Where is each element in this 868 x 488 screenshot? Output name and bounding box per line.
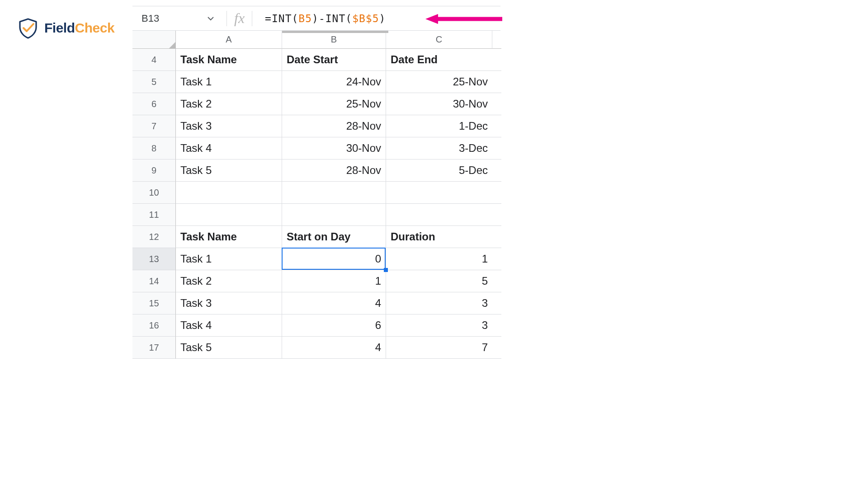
cell-stub [492, 292, 501, 314]
row-header[interactable]: 8 [132, 137, 176, 160]
cell-c12[interactable]: Duration [386, 226, 492, 248]
cell-b4[interactable]: Date Start [282, 49, 386, 71]
row-header[interactable]: 6 [132, 93, 176, 115]
cell-c11[interactable] [386, 204, 492, 226]
row-header[interactable]: 5 [132, 71, 176, 93]
formula-text: )-INT( [312, 13, 352, 24]
fx-icon: fx [234, 10, 252, 27]
formula-input[interactable]: =INT(B5)-INT($B$5) [265, 13, 386, 24]
name-box[interactable]: B13 [132, 6, 223, 30]
cell-b14[interactable]: 1 [282, 270, 386, 292]
cell-c9[interactable]: 5-Dec [386, 160, 492, 182]
row-header[interactable]: 17 [132, 337, 176, 359]
divider [252, 11, 252, 26]
formula-bar: B13 fx =INT(B5)-INT($B$5) [132, 6, 500, 31]
column-active-indicator [282, 31, 388, 33]
cell-stub [492, 248, 501, 270]
cell-c15[interactable]: 3 [386, 292, 492, 314]
cell-c14[interactable]: 5 [386, 270, 492, 292]
fieldcheck-shield-icon [17, 17, 39, 39]
cell-a10[interactable] [176, 182, 282, 204]
cell-c10[interactable] [386, 182, 492, 204]
cell-a16[interactable]: Task 4 [176, 314, 282, 337]
row-header[interactable]: 14 [132, 270, 176, 292]
formula-text: =INT( [265, 13, 298, 24]
cell-b12[interactable]: Start on Day [282, 226, 386, 248]
cell-c6[interactable]: 30-Nov [386, 93, 492, 115]
cell-stub [492, 160, 501, 182]
formula-text: ) [379, 13, 386, 24]
cell-b7[interactable]: 28-Nov [282, 115, 386, 137]
select-all-corner[interactable] [132, 31, 176, 49]
cell-stub [492, 182, 501, 204]
cell-stub [492, 226, 501, 248]
divider [226, 11, 227, 26]
name-box-value: B13 [142, 13, 159, 24]
cell-b9[interactable]: 28-Nov [282, 160, 386, 182]
column-header-stub [492, 31, 501, 49]
cell-stub [492, 49, 501, 71]
cell-a9[interactable]: Task 5 [176, 160, 282, 182]
cell-a8[interactable]: Task 4 [176, 137, 282, 160]
cell-c16[interactable]: 3 [386, 314, 492, 337]
cell-a7[interactable]: Task 3 [176, 115, 282, 137]
cell-b11[interactable] [282, 204, 386, 226]
cell-a5[interactable]: Task 1 [176, 71, 282, 93]
row-header[interactable]: 13 [132, 248, 176, 270]
cell-stub [492, 337, 501, 359]
column-header-b[interactable]: B [282, 31, 386, 49]
cell-c8[interactable]: 3-Dec [386, 137, 492, 160]
brand-text-part2: Check [75, 20, 115, 35]
cell-b5[interactable]: 24-Nov [282, 71, 386, 93]
row-header[interactable]: 16 [132, 314, 176, 337]
cell-a6[interactable]: Task 2 [176, 93, 282, 115]
row-header[interactable]: 9 [132, 160, 176, 182]
cell-c4[interactable]: Date End [386, 49, 492, 71]
cell-c5[interactable]: 25-Nov [386, 71, 492, 93]
chevron-down-icon[interactable] [208, 16, 214, 21]
cell-stub [492, 115, 501, 137]
cell-b17[interactable]: 4 [282, 337, 386, 359]
cell-stub [492, 137, 501, 160]
cell-a4[interactable]: Task Name [176, 49, 282, 71]
cell-c17[interactable]: 7 [386, 337, 492, 359]
cell-c7[interactable]: 1-Dec [386, 115, 492, 137]
cell-b8[interactable]: 30-Nov [282, 137, 386, 160]
column-header-a[interactable]: A [176, 31, 282, 49]
cell-b10[interactable] [282, 182, 386, 204]
cell-stub [492, 270, 501, 292]
cell-b15[interactable]: 4 [282, 292, 386, 314]
row-header[interactable]: 15 [132, 292, 176, 314]
brand-text-part1: Field [44, 20, 75, 35]
row-header[interactable]: 11 [132, 204, 176, 226]
brand-logo: FieldCheck [17, 17, 114, 39]
cell-stub [492, 93, 501, 115]
cell-b16[interactable]: 6 [282, 314, 386, 337]
cell-grid[interactable]: A B C 4Task NameDate StartDate End5Task … [132, 31, 500, 359]
formula-ref: $B$5 [352, 13, 379, 24]
cell-stub [492, 314, 501, 337]
cell-b6[interactable]: 25-Nov [282, 93, 386, 115]
cell-a14[interactable]: Task 2 [176, 270, 282, 292]
row-header[interactable]: 12 [132, 226, 176, 248]
cell-stub [492, 71, 501, 93]
row-header[interactable]: 7 [132, 115, 176, 137]
cell-a11[interactable] [176, 204, 282, 226]
cell-a15[interactable]: Task 3 [176, 292, 282, 314]
cell-c13[interactable]: 1 [386, 248, 492, 270]
cell-a13[interactable]: Task 1 [176, 248, 282, 270]
brand-logo-text: FieldCheck [44, 20, 114, 36]
formula-ref: B5 [298, 13, 312, 24]
column-header-c[interactable]: C [386, 31, 492, 49]
cell-a17[interactable]: Task 5 [176, 337, 282, 359]
cell-a12[interactable]: Task Name [176, 226, 282, 248]
cell-stub [492, 204, 501, 226]
row-header[interactable]: 4 [132, 49, 176, 71]
row-header[interactable]: 10 [132, 182, 176, 204]
cell-b13[interactable]: 0 [282, 248, 386, 270]
spreadsheet: B13 fx =INT(B5)-INT($B$5) A B C 4Task Na… [132, 6, 500, 359]
